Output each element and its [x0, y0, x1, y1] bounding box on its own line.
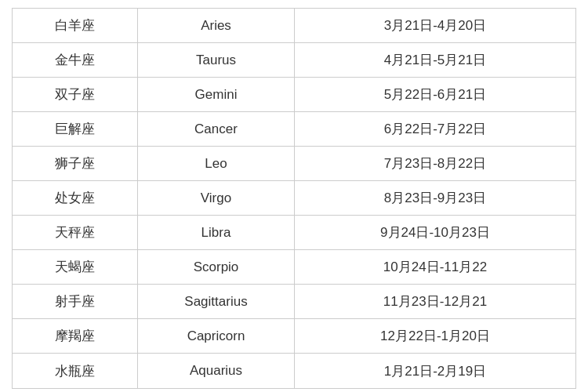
cell-english-1: Taurus: [138, 43, 295, 77]
cell-date-7: 10月24日-11月22: [295, 250, 575, 284]
cell-date-2: 5月22日-6月21日: [295, 78, 575, 111]
cell-english-8: Sagittarius: [138, 285, 295, 318]
cell-chinese-0: 白羊座: [13, 9, 138, 42]
cell-chinese-5: 处女座: [13, 181, 138, 215]
cell-english-6: Libra: [138, 216, 295, 249]
cell-english-7: Scorpio: [138, 250, 295, 284]
table-row: 巨解座Cancer6月22日-7月22日: [13, 112, 575, 147]
table-row: 射手座Sagittarius11月23日-12月21: [13, 285, 575, 319]
cell-date-0: 3月21日-4月20日: [295, 9, 575, 42]
cell-date-10: 1月21日-2月19日: [295, 354, 575, 388]
cell-english-3: Cancer: [138, 112, 295, 146]
cell-chinese-4: 狮子座: [13, 147, 138, 180]
cell-date-3: 6月22日-7月22日: [295, 112, 575, 146]
cell-chinese-10: 水瓶座: [13, 354, 138, 388]
table-row: 天蝎座Scorpio10月24日-11月22: [13, 250, 575, 285]
cell-chinese-2: 双子座: [13, 78, 138, 111]
cell-chinese-7: 天蝎座: [13, 250, 138, 284]
table-row: 摩羯座Capricorn12月22日-1月20日: [13, 319, 575, 354]
cell-english-2: Gemini: [138, 78, 295, 111]
cell-english-10: Aquarius: [138, 354, 295, 388]
cell-english-4: Leo: [138, 147, 295, 180]
cell-date-5: 8月23日-9月23日: [295, 181, 575, 215]
cell-date-6: 9月24日-10月23日: [295, 216, 575, 249]
cell-date-1: 4月21日-5月21日: [295, 43, 575, 77]
cell-english-9: Capricorn: [138, 319, 295, 353]
table-row: 天秤座Libra9月24日-10月23日: [13, 216, 575, 250]
cell-english-0: Aries: [138, 9, 295, 42]
cell-chinese-1: 金牛座: [13, 43, 138, 77]
cell-chinese-6: 天秤座: [13, 216, 138, 249]
cell-date-4: 7月23日-8月22日: [295, 147, 575, 180]
zodiac-table: 白羊座Aries3月21日-4月20日金牛座Taurus4月21日-5月21日双…: [12, 8, 576, 389]
table-row: 金牛座Taurus4月21日-5月21日: [13, 43, 575, 78]
table-row: 白羊座Aries3月21日-4月20日: [13, 9, 575, 43]
cell-chinese-8: 射手座: [13, 285, 138, 318]
table-row: 狮子座Leo7月23日-8月22日: [13, 147, 575, 181]
cell-english-5: Virgo: [138, 181, 295, 215]
cell-chinese-3: 巨解座: [13, 112, 138, 146]
cell-date-9: 12月22日-1月20日: [295, 319, 575, 353]
table-row: 水瓶座Aquarius1月21日-2月19日: [13, 354, 575, 388]
table-row: 双子座Gemini5月22日-6月21日: [13, 78, 575, 112]
cell-date-8: 11月23日-12月21: [295, 285, 575, 318]
cell-chinese-9: 摩羯座: [13, 319, 138, 353]
table-row: 处女座Virgo8月23日-9月23日: [13, 181, 575, 216]
